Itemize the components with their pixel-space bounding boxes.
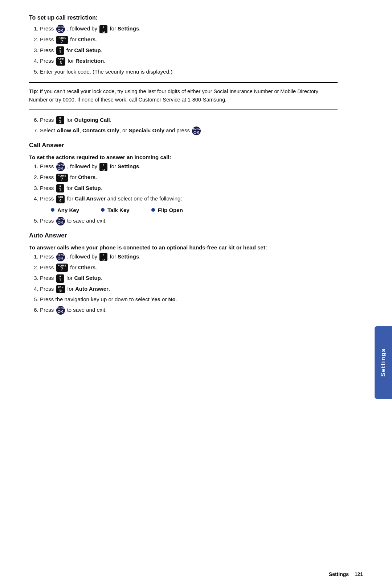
ca-step-1-middle: , followed by [67, 163, 99, 169]
bullet-talk-key: Talk Key [101, 207, 130, 213]
aa-step-6-end: to save and exit. [67, 307, 107, 313]
bullet-dot-3 [151, 208, 155, 212]
menu-ok-key-ca1: MENUOK [56, 162, 65, 171]
aa-step-5-text: Press the navigation key up or down to s… [40, 296, 177, 302]
step-2-text: Press [40, 36, 56, 42]
ca-step-5: Press MENUOK to save and exit. [40, 217, 338, 225]
tip-box: Tip: If you can't recall your lock code,… [29, 82, 338, 109]
step-2: Press PQRS7 for Others. [40, 36, 338, 44]
key-3-restriction: DEF3 [56, 57, 66, 66]
bullet-talk-key-label: Talk Key [107, 207, 130, 213]
step-3-text: Press [40, 47, 56, 53]
bullet-any-key-label: Any Key [57, 207, 79, 213]
step-4: Press DEF3 for Restriction. [40, 57, 338, 66]
step-5-text: Enter your lock code. (The security menu… [40, 69, 172, 75]
aa-step-4-text: Press [40, 286, 56, 292]
menu-ok-key-aa1: MENUOK [56, 253, 65, 261]
step-1-middle: , followed by [67, 25, 99, 32]
auto-answer-heading: Auto Answer [29, 232, 338, 239]
step-7-period: . [203, 127, 204, 133]
key-7-ca2: PQRS7 [56, 174, 68, 182]
aa-step-2-end: for Others. [70, 264, 97, 270]
aa-step-1-text: Press [40, 253, 56, 260]
key-7: PQRS7 [56, 36, 68, 44]
key-1-outgoing: ★1 [56, 116, 64, 124]
aa-step-2-text: Press [40, 264, 56, 270]
hash-key-aa1: #␣ [99, 253, 107, 261]
step-1-text: Press [40, 25, 56, 32]
call-answer-heading: Call Answer [29, 142, 338, 149]
step-4-text: Press [40, 58, 56, 64]
call-answer-section: Call Answer To set the actions required … [29, 142, 338, 225]
aa-step-1-middle: , followed by [67, 253, 99, 260]
ca-step-4-text: Press [40, 195, 56, 202]
ca-step-1: Press MENUOK , followed by #␣ for Settin… [40, 162, 338, 171]
ca-step-3: Press ★1 for Call Setup. [40, 184, 338, 193]
aa-step-1: Press MENUOK , followed by #␣ for Settin… [40, 253, 338, 261]
bullet-flip-open: Flip Open [151, 207, 183, 213]
footer-label: Settings [329, 571, 349, 577]
tip-label: Tip: If you can't recall your lock code,… [29, 88, 318, 103]
ca-step-2-text: Press [40, 174, 56, 180]
call-restriction-heading: To set up call restriction: [29, 15, 338, 21]
step-4-end: for Restriction. [68, 58, 105, 64]
step-7-text: Select Allow All, Contacts Only, or Spec… [40, 127, 191, 133]
bullet-any-key: Any Key [51, 207, 79, 213]
step-6-text: Press [40, 117, 56, 123]
aa-step-1-end: for Settings. [110, 253, 140, 260]
sidebar-tab: Settings [375, 326, 392, 399]
ca-step-4: Press GHI4 for Call Answer and select on… [40, 195, 338, 203]
key-1-aa3: ★1 [56, 274, 64, 283]
aa-step-6: Press MENUOK to save and exit. [40, 306, 338, 315]
step-1-end: for Settings. [110, 25, 140, 32]
auto-answer-subheading: To answer calls when your phone is conne… [29, 244, 338, 250]
call-restriction-steps: Press MENUOK , followed by #␣ for Settin… [40, 25, 338, 76]
key-1-callsetup: ★1 [56, 46, 64, 55]
step-5: Enter your lock code. (The security menu… [40, 68, 338, 76]
hash-key-1: #␣ [99, 25, 107, 33]
key-1-ca3: ★1 [56, 184, 64, 192]
ca-step-5-end: to save and exit. [67, 218, 107, 224]
footer: Settings 121 [329, 571, 363, 577]
page-content: To set up call restriction: Press MENUOK… [0, 0, 363, 339]
aa-step-6-text: Press [40, 307, 56, 313]
call-answer-steps: Press MENUOK , followed by #␣ for Settin… [40, 162, 338, 203]
steps-6-7: Press ★1 for Outgoing Call. Select Allow… [40, 116, 338, 136]
ca-step-1-text: Press [40, 163, 56, 169]
aa-step-3-text: Press [40, 275, 56, 281]
call-restriction-section: To set up call restriction: Press MENUOK… [29, 15, 338, 76]
aa-step-3: Press ★1 for Call Setup. [40, 274, 338, 283]
menu-ok-key-aa6: MENUOK [56, 306, 65, 315]
bullet-dot-1 [51, 208, 54, 212]
menu-ok-key-7: MENUOK [192, 127, 201, 135]
call-answer-subheading: To set the actions required to answer an… [29, 154, 338, 160]
ca-step-4-end: for Call Answer and select one of the fo… [67, 195, 182, 202]
ca-step-3-text: Press [40, 185, 56, 191]
step-6-end: for Outgoing Call. [66, 117, 111, 123]
bullet-dot-2 [101, 208, 105, 212]
aa-step-5: Press the navigation key up or down to s… [40, 295, 338, 304]
step-2-end: for Others. [70, 36, 97, 42]
menu-ok-key-1: MENUOK [56, 25, 65, 33]
call-answer-bullets: Any Key Talk Key Flip Open [51, 207, 338, 213]
footer-page-number: 121 [355, 571, 363, 577]
ca-step-3-end: for Call Setup. [66, 185, 102, 191]
aa-step-3-end: for Call Setup. [66, 275, 102, 281]
step-3-end: for Call Setup. [66, 47, 102, 53]
key-5-aa4: JKL5 [56, 285, 65, 293]
auto-answer-section: Auto Answer To answer calls when your ph… [29, 232, 338, 315]
aa-step-2: Press PQRS7 for Others. [40, 264, 338, 272]
ca-step-1-end: for Settings. [110, 163, 140, 169]
key-4-ca4: GHI4 [56, 195, 65, 203]
ca-step-2: Press PQRS7 for Others. [40, 173, 338, 182]
menu-ok-key-ca5: MENUOK [56, 217, 65, 225]
step-7: Select Allow All, Contacts Only, or Spec… [40, 127, 338, 135]
call-answer-step5: Press MENUOK to save and exit. [40, 217, 338, 225]
hash-key-ca1: #␣ [99, 163, 107, 171]
step-1: Press MENUOK , followed by #␣ for Settin… [40, 25, 338, 33]
sidebar-label: Settings [380, 348, 387, 377]
ca-step-5-text: Press [40, 218, 56, 224]
key-7-aa2: PQRS7 [56, 264, 68, 272]
ca-step-2-end: for Others. [70, 174, 97, 180]
aa-step-4: Press JKL5 for Auto Answer. [40, 285, 338, 294]
